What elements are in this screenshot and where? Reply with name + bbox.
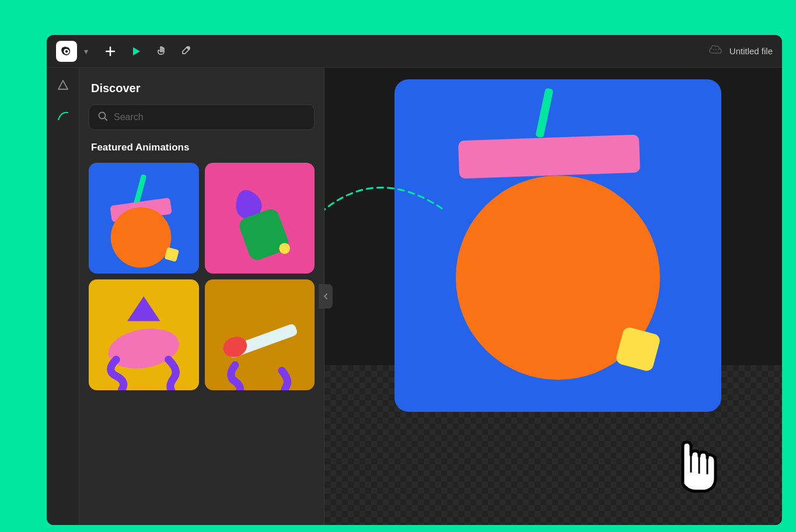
- search-bar[interactable]: [89, 104, 315, 130]
- file-title: Untitled file: [729, 46, 773, 56]
- tool-group: [100, 41, 198, 62]
- search-icon: [97, 111, 108, 124]
- svg-rect-17: [535, 88, 553, 138]
- dropdown-chevron[interactable]: ▾: [84, 47, 88, 56]
- svg-point-12: [279, 243, 290, 254]
- svg-rect-18: [458, 135, 640, 179]
- discover-panel: Discover Featured Animations: [79, 68, 324, 525]
- app-window: ▾: [47, 35, 782, 525]
- icon-sidebar: [47, 68, 79, 525]
- curve-sidebar-icon[interactable]: [53, 105, 74, 126]
- svg-point-16: [220, 334, 250, 360]
- hand-button[interactable]: [151, 41, 172, 62]
- topbar-right: Untitled file: [708, 44, 773, 58]
- hand-cursor: [665, 420, 735, 496]
- animation-grid: [79, 163, 324, 390]
- svg-marker-2: [133, 47, 140, 55]
- main-content: Discover Featured Animations: [47, 68, 782, 525]
- shapes-sidebar-icon[interactable]: [53, 75, 74, 96]
- svg-line-6: [104, 118, 107, 120]
- discover-panel-wrapper: Discover Featured Animations: [79, 68, 324, 525]
- anim-card-4[interactable]: [205, 279, 315, 390]
- panel-collapse-button[interactable]: [319, 284, 333, 309]
- app-logo[interactable]: [56, 41, 77, 62]
- search-input[interactable]: [114, 112, 306, 123]
- cloud-icon: [708, 44, 724, 58]
- anim-card-1[interactable]: [89, 163, 199, 274]
- canvas-main-card: [394, 79, 721, 412]
- pen-button[interactable]: [177, 41, 198, 62]
- topbar: ▾: [47, 35, 782, 68]
- anim-card-2[interactable]: [205, 163, 315, 274]
- play-button[interactable]: [125, 41, 146, 62]
- add-button[interactable]: [100, 41, 121, 62]
- svg-point-9: [111, 207, 172, 268]
- svg-marker-13: [127, 296, 160, 321]
- anim-card-3[interactable]: [89, 279, 199, 390]
- discover-title: Discover: [79, 68, 324, 104]
- canvas-area[interactable]: [324, 68, 782, 525]
- featured-animations-title: Featured Animations: [79, 142, 324, 163]
